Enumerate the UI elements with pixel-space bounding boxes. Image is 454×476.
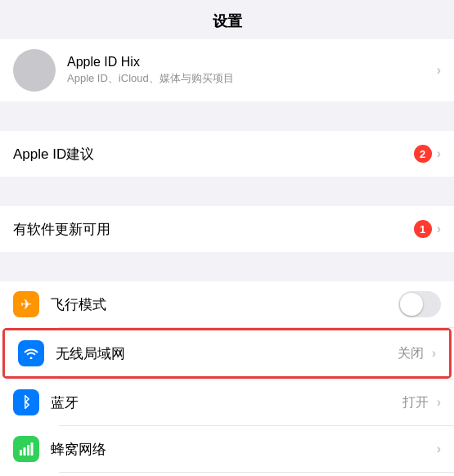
wifi-text: 无线局域网 [56,344,398,363]
chevron-icon: › [437,222,441,236]
chevron-icon: › [437,63,441,78]
wifi-right: 关闭 › [398,345,436,362]
airplane-mode-text: 飞行模式 [51,295,398,314]
profile-title: Apple ID Hix [67,55,437,70]
separator-2 [0,177,454,206]
apple-id-suggestions-row[interactable]: Apple ID建议 2 › [0,131,454,177]
wifi-value: 关闭 [398,345,424,362]
svg-rect-1 [24,447,26,456]
badge-2: 2 [414,145,432,163]
cellular-right: › [437,442,441,456]
toggle-thumb [400,293,423,316]
hotspot-row[interactable]: 个人热点 › [0,473,454,476]
apple-id-suggestions-right: 2 › [414,145,441,163]
chevron-icon: › [437,146,441,161]
avatar [13,49,56,92]
cellular-icon [13,436,39,462]
chevron-icon: › [437,395,441,410]
svg-rect-0 [20,450,22,456]
separator-3 [0,252,454,281]
profile-text: Apple ID Hix Apple ID、iCloud、媒体与购买项目 [67,55,437,86]
wifi-row[interactable]: 无线局域网 关闭 › [5,330,449,376]
airplane-mode-row[interactable]: ✈ 飞行模式 [0,281,454,327]
svg-rect-3 [31,442,34,456]
airplane-toggle[interactable] [398,291,441,317]
profile-subtitle: Apple ID、iCloud、媒体与购买项目 [67,71,437,86]
profile-row[interactable]: Apple ID Hix Apple ID、iCloud、媒体与购买项目 › [0,39,454,101]
bluetooth-icon: ᛒ [13,389,39,415]
airplane-mode-title: 飞行模式 [51,295,398,314]
profile-chevron: › [437,63,441,78]
bluetooth-right: 打开 › [402,394,441,411]
cellular-text: 蜂窝网络 [51,440,437,459]
bluetooth-value: 打开 [402,394,429,411]
cellular-title: 蜂窝网络 [51,440,437,459]
separator-1 [0,101,454,131]
software-update-text: 有软件更新可用 [13,220,414,239]
wifi-icon [18,340,44,366]
bluetooth-text: 蓝牙 [51,393,402,412]
apple-id-suggestions-title: Apple ID建议 [13,145,414,164]
bluetooth-row[interactable]: ᛒ 蓝牙 打开 › [0,379,454,425]
svg-rect-2 [27,445,29,456]
software-update-title: 有软件更新可用 [13,220,414,239]
software-update-right: 1 › [414,220,441,238]
cellular-row[interactable]: 蜂窝网络 › [0,426,454,472]
airplane-icon: ✈ [13,291,39,317]
settings-section: ✈ 飞行模式 无线局域网 关闭 › [0,281,454,476]
software-update-row[interactable]: 有软件更新可用 1 › [0,206,454,252]
bluetooth-title: 蓝牙 [51,393,402,412]
chevron-icon: › [437,442,441,456]
page-title: 设置 [0,0,454,39]
wifi-highlight-box: 无线局域网 关闭 › [2,328,452,379]
chevron-icon: › [432,346,436,361]
wifi-title: 无线局域网 [56,344,398,363]
apple-id-suggestions-text: Apple ID建议 [13,145,414,164]
badge-1: 1 [414,220,432,238]
